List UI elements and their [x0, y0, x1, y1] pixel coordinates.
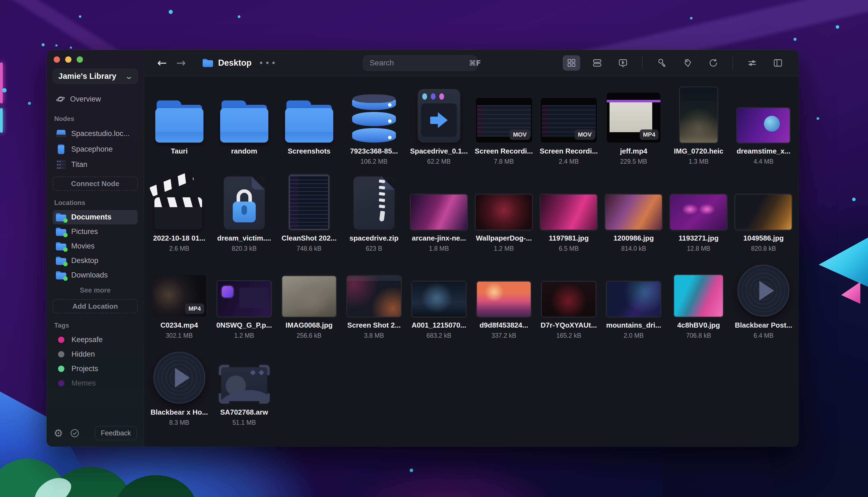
inspector-toggle-button[interactable]	[769, 55, 787, 71]
sidebar-item-titan[interactable]: Titan	[53, 157, 138, 172]
file-thumbnail	[412, 282, 466, 317]
grid-item[interactable]: 1197981.jpg6.5 MB	[536, 173, 601, 260]
connect-node-button[interactable]: Connect Node	[53, 176, 138, 191]
grid-item[interactable]: SA702768.arw51.1 MB	[212, 347, 277, 434]
file-size: 1.2 MB	[234, 332, 254, 339]
grid-item[interactable]: dreamstime_x...4.4 MB	[731, 86, 796, 173]
grid-item[interactable]: 1193271.jpg12.8 MB	[666, 173, 731, 260]
grid-item[interactable]: A001_1215070...683.2 kB	[406, 260, 471, 347]
search-box[interactable]: ⌘F	[363, 55, 477, 71]
file-thumbnail	[411, 195, 467, 230]
see-more-link[interactable]: See more	[53, 282, 138, 295]
file-name: A001_1215070...	[411, 321, 466, 329]
sidebar-item-tag-keepsafe[interactable]: Keepsafe	[53, 332, 138, 347]
sidebar-item-spacephone[interactable]: Spacephone	[53, 141, 138, 157]
sidebar-item-overview[interactable]: Overview	[53, 91, 138, 107]
grid-item[interactable]: Blackbear x Ho...8.3 MB	[147, 347, 212, 434]
sidebar-footer: ⚙ Feedback	[53, 425, 138, 440]
sidebar-item-tag-memes[interactable]: Memes	[53, 376, 138, 390]
file-thumbnail: MOV	[476, 98, 532, 143]
grid-item[interactable]: d9d8f453824...337.2 kB	[472, 260, 536, 347]
breadcrumb[interactable]: Desktop	[202, 58, 251, 68]
grid-item[interactable]: Tauri	[147, 86, 212, 173]
sidebar-item-movies[interactable]: Movies	[53, 239, 138, 253]
file-thumbnail	[220, 100, 268, 143]
sidebar-item-documents[interactable]: Documents	[53, 210, 138, 224]
grid-item[interactable]: 0NSWQ_G_P.p...1.2 MB	[212, 260, 277, 347]
search-input[interactable]	[369, 58, 469, 68]
grid-item[interactable]: spacedrive.zip623 B	[341, 173, 406, 260]
grid-item[interactable]: MOVScreen Recordi...7.8 MB	[472, 86, 536, 173]
wallpaper-star	[55, 44, 57, 46]
library-switcher[interactable]: Jamie's Library ⌄	[53, 69, 138, 84]
sidebar-item-desktop[interactable]: Desktop	[53, 253, 138, 268]
grid-item[interactable]: 4c8hBV0.jpg706.8 kB	[666, 260, 731, 347]
grid-item[interactable]: mountains_dri...2.0 MB	[601, 260, 666, 347]
grid-item[interactable]: D7r-YQoXYAUt...165.2 kB	[536, 260, 601, 347]
thumbnail-area	[418, 86, 460, 143]
sidebar-item-downloads[interactable]: Downloads	[53, 268, 138, 282]
key-manager-button[interactable]	[653, 55, 671, 71]
thumbnail-area	[154, 173, 204, 230]
back-button[interactable]: ←	[157, 57, 167, 69]
main-panel: ← → Desktop ••• ⌘F	[144, 50, 799, 446]
tag-assign-button[interactable]	[679, 55, 696, 71]
tags-list: KeepsafeHiddenProjectsMemes	[53, 332, 138, 390]
grid-item[interactable]: MP4C0234.mp4302.1 MB	[147, 260, 212, 347]
grid-item[interactable]: IMAG0068.jpg256.6 kB	[277, 260, 341, 347]
grid-item[interactable]: 2022-10-18 01...2.6 MB	[147, 173, 212, 260]
file-name: IMG_0720.heic	[674, 147, 724, 155]
grid-item[interactable]: 7923c368-85...106.2 MB	[341, 86, 406, 173]
check-circle-icon[interactable]	[70, 429, 80, 438]
grid-item[interactable]: CleanShot 202...748.6 kB	[277, 173, 341, 260]
file-name: mountains_dri...	[606, 321, 661, 329]
add-location-button[interactable]: Add Location	[53, 299, 138, 313]
grid-item[interactable]: WallpaperDog-...1.2 MB	[472, 173, 536, 260]
wallpaper-star	[794, 38, 797, 41]
grid-item[interactable]: 1049586.jpg820.8 kB	[731, 173, 796, 260]
forward-button[interactable]: →	[176, 57, 186, 69]
sidebar-item-pictures[interactable]: Pictures	[53, 224, 138, 239]
file-size: 6.5 MB	[559, 245, 579, 252]
thumbnail-area	[155, 86, 204, 143]
wallpaper-accent	[0, 62, 3, 103]
grid-item[interactable]: 1200986.jpg814.0 kB	[601, 173, 666, 260]
sidebar-item-tag-projects[interactable]: Projects	[53, 361, 138, 376]
file-thumbnail	[352, 96, 396, 143]
grid-item[interactable]: MP4jeff.mp4229.5 MB	[601, 86, 666, 173]
explorer-options-button[interactable]	[743, 55, 761, 71]
thumbnail-area	[412, 260, 466, 317]
file-thumbnail	[477, 282, 531, 317]
grid-item[interactable]: arcane-jinx-ne...1.8 MB	[406, 173, 471, 260]
media-view-button[interactable]	[614, 55, 632, 71]
file-thumbnail	[607, 282, 660, 317]
grid-view-button[interactable]	[563, 55, 580, 71]
grid-item[interactable]: Screenshots	[277, 86, 341, 173]
file-thumbnail	[285, 100, 333, 143]
sidebar-item-spacestudio-loc[interactable]: Spacestudio.loc...	[53, 126, 138, 141]
grid-item[interactable]: IMG_0720.heic1.3 MB	[666, 86, 731, 173]
search-area: ⌘F	[277, 55, 563, 71]
wallpaper-star	[816, 117, 819, 120]
grid-item[interactable]: Screen Shot 2...3.8 MB	[341, 260, 406, 347]
settings-gear-icon[interactable]: ⚙	[54, 428, 63, 438]
planet-icon	[56, 95, 65, 104]
zoom-button[interactable]	[77, 56, 83, 63]
list-view-button[interactable]	[588, 55, 606, 71]
refresh-button[interactable]	[704, 55, 722, 71]
file-size: 2.0 MB	[624, 332, 644, 339]
grid-item[interactable]: Spacedrive_0.1...62.2 MB	[406, 86, 471, 173]
close-button[interactable]	[54, 56, 60, 63]
sidebar-item-tag-hidden[interactable]: Hidden	[53, 347, 138, 361]
grid-item[interactable]: dream_victim....820.3 kB	[212, 173, 277, 260]
wallpaper-hill	[115, 475, 197, 497]
sidebar-item-label: Projects	[71, 365, 98, 373]
file-grid: TaurirandomScreenshots7923c368-85...106.…	[144, 76, 799, 434]
grid-item[interactable]: Blackbear Post...6.4 MB	[731, 260, 796, 347]
grid-item[interactable]: MOVScreen Recordi...2.4 MB	[536, 86, 601, 173]
grid-item[interactable]: random	[212, 86, 277, 173]
locations-list: DocumentsPicturesMoviesDesktopDownloads	[53, 210, 138, 282]
feedback-button[interactable]: Feedback	[95, 426, 137, 440]
more-options-icon[interactable]: •••	[259, 58, 277, 68]
minimize-button[interactable]	[65, 56, 71, 63]
